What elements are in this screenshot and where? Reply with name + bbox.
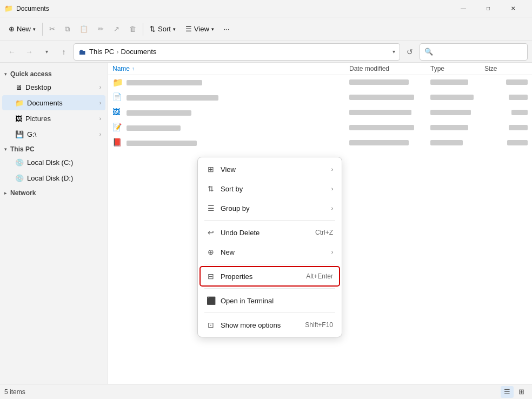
sidebar-item-gdrive[interactable]: 💾 G:\ › [2,127,105,142]
view-menu-icon: ⊞ [207,165,215,174]
pictures-label: Pictures [25,115,96,123]
undo-shortcut: Ctrl+Z [315,229,333,236]
window-icon: 📁 [4,4,13,12]
rename-button[interactable]: ✏ [94,21,108,38]
file-size [484,109,528,117]
more-button[interactable]: ··· [220,21,234,38]
table-row[interactable]: 📝 [108,121,532,136]
new-button[interactable]: ⊕ New ▾ [4,21,40,38]
toolbar-separator-2 [143,23,143,36]
properties-shortcut: Alt+Enter [306,272,333,280]
network-header[interactable]: ▸ Network [0,186,108,198]
gdrive-label: G:\ [27,130,96,138]
context-menu-group-by[interactable]: ☰ Group by › [200,198,340,218]
grid-view-button[interactable]: ⊞ [515,386,528,398]
sidebar-item-documents[interactable]: 📁 Documents › [2,95,105,110]
file-date [349,109,430,117]
this-pc-arrow: ▾ [4,147,7,152]
sort-button[interactable]: ⇅ Sort ▾ [145,21,180,38]
file-date [349,124,430,132]
refresh-button[interactable]: ↺ [402,44,417,59]
column-size[interactable]: Size [484,65,528,72]
close-button[interactable]: ✕ [501,0,526,17]
this-pc-header[interactable]: ▾ This PC [0,142,108,154]
paste-button[interactable]: 📋 [75,21,92,38]
search-box[interactable]: 🔍 [420,43,528,61]
file-name [127,79,349,87]
view-submenu-arrow: › [331,167,333,172]
sidebar-item-desktop[interactable]: 🖥 Desktop › [2,79,105,95]
toolbar-separator [42,23,43,36]
file-name [127,94,349,102]
delete-button[interactable]: 🗑 [125,21,141,38]
local-disk-c-icon: 💿 [15,158,24,167]
context-menu-new[interactable]: ⊕ New › [200,242,340,262]
undo-icon: ↩ [207,228,215,237]
show-more-shortcut: Shift+F10 [305,321,333,329]
file-type [430,139,484,147]
context-menu-view[interactable]: ⊞ View › [200,159,340,179]
maximize-button[interactable]: □ [476,0,501,17]
show-more-label: Show more options [221,321,300,329]
address-field[interactable]: 🖿 This PC › Documents ▾ [74,43,400,61]
this-pc-path[interactable]: This PC [89,48,114,56]
column-type[interactable]: Type [430,65,484,72]
this-pc-label: This PC [10,145,35,153]
table-row[interactable]: 🖼 [108,105,532,121]
table-row[interactable]: 📁 [108,75,532,90]
sidebar-item-local-c[interactable]: 💿 Local Disk (C:) [2,155,105,170]
quick-access-header[interactable]: ▾ Quick access [0,67,108,79]
new-label: New [17,25,31,33]
view-menu-label: View [221,165,326,174]
recent-locations-button[interactable]: ▾ [39,44,54,59]
share-button[interactable]: ↗ [109,21,124,38]
properties-icon: ⊟ [207,272,215,281]
list-view-button[interactable]: ☰ [501,386,514,398]
view-chevron-icon: ▾ [211,26,214,32]
copy-button[interactable]: ⧉ [61,21,74,38]
desktop-arrow: › [99,84,101,90]
local-c-label: Local Disk (C:) [27,158,101,167]
context-menu-show-more[interactable]: ⊡ Show more options Shift+F10 [200,315,340,335]
title-bar: 📁 Documents — □ ✕ [0,0,532,17]
file-size [484,139,528,147]
file-type [430,79,484,87]
up-button[interactable]: ↑ [56,44,71,59]
forward-button[interactable]: → [22,44,37,59]
documents-label: Documents [27,99,96,107]
sidebar-item-local-d[interactable]: 💿 Local Disk (D:) [2,170,105,185]
sort-chevron-icon: ▾ [173,26,176,32]
desktop-label: Desktop [25,83,96,91]
document2-icon: 📝 [112,123,123,134]
cut-button[interactable]: ✂ [45,21,59,38]
address-path: This PC › Documents [89,48,156,56]
sidebar-item-pictures[interactable]: 🖼 Pictures › [2,111,105,126]
pictures-arrow: › [99,116,101,122]
documents-path[interactable]: Documents [121,48,157,56]
back-button[interactable]: ← [4,44,19,59]
context-separator-2 [204,264,335,264]
document-icon: 📄 [112,92,123,103]
minimize-button[interactable]: — [451,0,476,17]
documents-arrow: › [99,100,101,106]
context-menu-undo-delete[interactable]: ↩ Undo Delete Ctrl+Z [200,223,340,242]
context-menu-sort-by[interactable]: ⇅ Sort by › [200,179,340,198]
view-toggle-buttons: ☰ ⊞ [501,386,528,398]
gdrive-arrow: › [99,131,101,137]
context-menu-properties[interactable]: ⊟ Properties Alt+Enter [200,267,340,286]
sort-menu-icon: ⇅ [207,184,215,193]
folder-icon: 🖿 [78,48,86,56]
pdf-icon: 📕 [112,138,123,149]
terminal-icon: ⬛ [207,296,215,305]
undo-delete-label: Undo Delete [221,229,310,237]
table-row[interactable]: 📄 [108,90,532,105]
file-type [430,94,484,102]
group-by-label: Group by [221,204,326,212]
new-menu-icon: ⊕ [207,248,215,256]
table-row[interactable]: 📕 [108,136,532,151]
view-button[interactable]: ☰ View ▾ [181,21,218,38]
column-name[interactable]: Name ↑ [112,65,349,72]
address-dropdown-icon[interactable]: ▾ [393,49,395,55]
context-menu-open-terminal[interactable]: ⬛ Open in Terminal [200,291,340,310]
column-date[interactable]: Date modified [349,65,430,72]
